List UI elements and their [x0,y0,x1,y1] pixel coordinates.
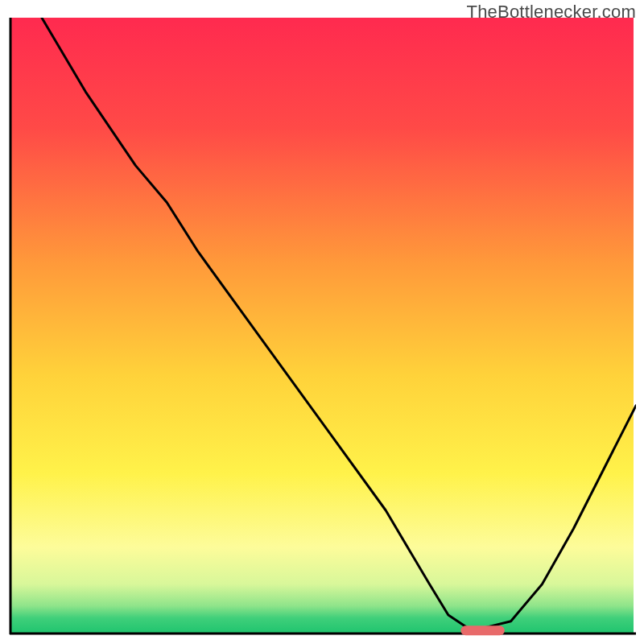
plot-frame [8,18,636,636]
bottleneck-chart [8,18,636,636]
plot-background [10,18,634,634]
chart-container: TheBottlenecker.com [0,0,644,644]
optimal-marker [460,625,504,635]
